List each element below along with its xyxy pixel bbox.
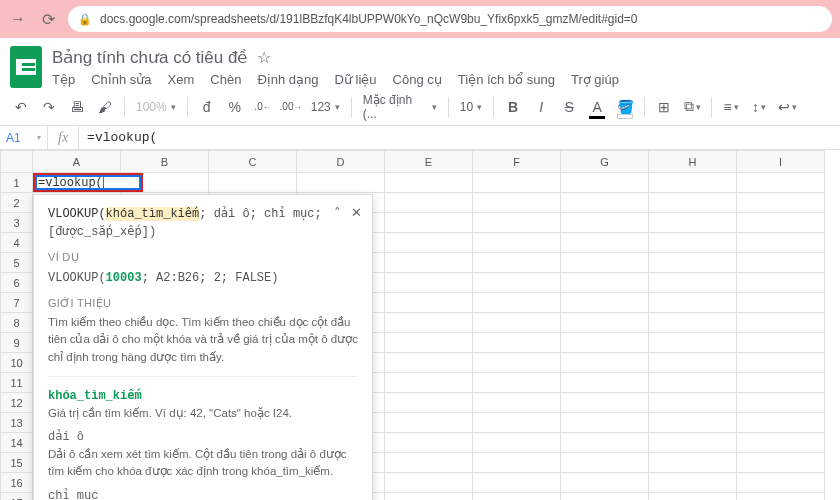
row-header[interactable]: 9 [1, 333, 33, 353]
menu-edit[interactable]: Chỉnh sửa [91, 72, 151, 87]
row-header[interactable]: 3 [1, 213, 33, 233]
row-header[interactable]: 16 [1, 473, 33, 493]
star-icon[interactable]: ☆ [257, 48, 271, 67]
about-text: Tìm kiếm theo chiều dọc. Tìm kiếm theo c… [48, 314, 358, 366]
wrap-button[interactable]: ↩ [776, 96, 798, 118]
row-header[interactable]: 1 [1, 173, 33, 193]
example-text: VLOOKUP(10003; A2:B26; 2; FALSE) [48, 269, 358, 287]
param-name: khóa_tìm_kiếm [48, 387, 358, 405]
example-title: VÍ DỤ [48, 249, 358, 266]
row-header[interactable]: 2 [1, 193, 33, 213]
print-icon[interactable]: 🖶 [66, 96, 88, 118]
row-header[interactable]: 13 [1, 413, 33, 433]
percent-button[interactable]: % [224, 96, 246, 118]
document-title[interactable]: Bảng tính chưa có tiêu đề [52, 47, 247, 68]
borders-button[interactable]: ⊞ [653, 96, 675, 118]
menu-data[interactable]: Dữ liệu [335, 72, 377, 87]
increase-decimal-button[interactable]: .00→ [280, 96, 302, 118]
param-name: chỉ mục [48, 487, 358, 501]
row-header[interactable]: 12 [1, 393, 33, 413]
menu-format[interactable]: Định dạng [257, 72, 318, 87]
font-size-select[interactable]: 10 [457, 100, 485, 114]
col-header[interactable]: D [297, 151, 385, 173]
close-icon[interactable]: ✕ [351, 203, 362, 223]
col-header[interactable]: C [209, 151, 297, 173]
menu-bar: Tệp Chỉnh sửa Xem Chèn Định dạng Dữ liệu… [52, 68, 830, 87]
row-header[interactable]: 10 [1, 353, 33, 373]
italic-button[interactable]: I [530, 96, 552, 118]
forward-icon[interactable]: → [8, 10, 28, 28]
menu-view[interactable]: Xem [168, 72, 195, 87]
col-header[interactable]: A [33, 151, 121, 173]
lock-icon: 🔒 [78, 13, 92, 26]
menu-tools[interactable]: Công cụ [393, 72, 442, 87]
grid-area: A B C D E F G H I 1 2 3 4 5 6 7 8 9 10 1… [0, 150, 840, 500]
row-header[interactable]: 17 [1, 493, 33, 501]
formula-row: A1 fx =vlookup( [0, 126, 840, 150]
col-header[interactable]: B [121, 151, 209, 173]
browser-chrome: → ⟳ 🔒 docs.google.com/spreadsheets/d/191… [0, 0, 840, 38]
redo-icon[interactable]: ↷ [38, 96, 60, 118]
undo-icon[interactable]: ↶ [10, 96, 32, 118]
col-header[interactable]: H [649, 151, 737, 173]
currency-button[interactable]: đ [196, 96, 218, 118]
row-header[interactable]: 14 [1, 433, 33, 453]
select-all-corner[interactable] [1, 151, 33, 173]
param-name: dải ô [48, 428, 358, 446]
param-desc: Giá trị cần tìm kiếm. Ví dụ: 42, "Cats" … [48, 405, 358, 422]
row-header[interactable]: 15 [1, 453, 33, 473]
row-header[interactable]: 8 [1, 313, 33, 333]
col-header[interactable]: G [561, 151, 649, 173]
name-box[interactable]: A1 [0, 126, 48, 149]
row-header[interactable]: 4 [1, 233, 33, 253]
fx-icon: fx [48, 126, 79, 149]
menu-insert[interactable]: Chèn [210, 72, 241, 87]
reload-icon[interactable]: ⟳ [38, 10, 58, 29]
col-header[interactable]: E [385, 151, 473, 173]
param-desc: Dải ô cần xem xét tìm kiếm. Cột đầu tiên… [48, 446, 358, 481]
valign-button[interactable]: ↕ [748, 96, 770, 118]
menu-addons[interactable]: Tiện ích bổ sung [458, 72, 555, 87]
sheets-logo-icon[interactable] [10, 46, 42, 88]
row-header[interactable]: 7 [1, 293, 33, 313]
collapse-icon[interactable]: ˄ [334, 203, 341, 223]
function-signature: VLOOKUP(khóa_tìm_kiếm; dải ô; chỉ mục; [… [48, 205, 358, 241]
active-cell-text: =vlookup( [38, 176, 103, 190]
fill-color-button[interactable]: 🪣 [614, 96, 636, 118]
col-header[interactable]: F [473, 151, 561, 173]
halign-button[interactable]: ≡ [720, 96, 742, 118]
row-header[interactable]: 5 [1, 253, 33, 273]
document-header: Bảng tính chưa có tiêu đề ☆ Tệp Chỉnh sử… [0, 38, 840, 88]
bold-button[interactable]: B [502, 96, 524, 118]
strike-button[interactable]: S [558, 96, 580, 118]
url-bar[interactable]: 🔒 docs.google.com/spreadsheets/d/191lBBz… [68, 6, 832, 32]
row-header[interactable]: 11 [1, 373, 33, 393]
paint-format-icon[interactable]: 🖌 [94, 96, 116, 118]
toolbar: ↶ ↷ 🖶 🖌 100% đ % .0← .00→ 123 Mặc định (… [0, 88, 840, 126]
col-header[interactable]: I [737, 151, 825, 173]
formula-helper-popup: ˄ ✕ VLOOKUP(khóa_tìm_kiếm; dải ô; chỉ mụ… [33, 194, 373, 500]
zoom-select[interactable]: 100% [133, 100, 179, 114]
more-formats-button[interactable]: 123 [308, 100, 343, 114]
row-header[interactable]: 6 [1, 273, 33, 293]
url-text: docs.google.com/spreadsheets/d/191lBBzfq… [100, 12, 638, 26]
menu-help[interactable]: Trợ giúp [571, 72, 619, 87]
font-select[interactable]: Mặc định (... [360, 93, 440, 121]
active-cell[interactable]: =vlookup( [33, 173, 143, 192]
decrease-decimal-button[interactable]: .0← [252, 96, 274, 118]
formula-bar[interactable]: =vlookup( [79, 126, 840, 149]
about-title: GIỚI THIỆU [48, 295, 358, 312]
merge-button[interactable]: ⧉ [681, 96, 703, 118]
menu-file[interactable]: Tệp [52, 72, 75, 87]
text-color-button[interactable]: A [586, 96, 608, 118]
